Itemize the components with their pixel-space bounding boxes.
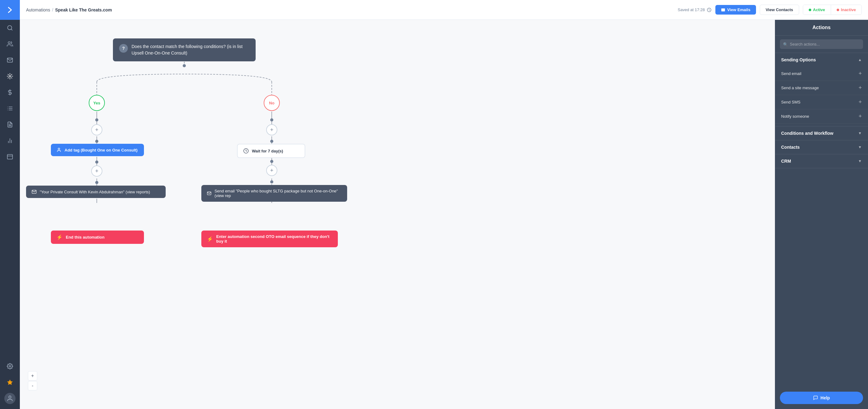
email-icon bbox=[7, 57, 13, 63]
left-email-icon bbox=[32, 189, 37, 194]
crm-section-header[interactable]: CRM ▼ bbox=[775, 154, 868, 168]
right-dot-2 bbox=[270, 140, 273, 143]
svg-point-3 bbox=[9, 76, 11, 77]
send-site-message-add-icon: + bbox=[858, 84, 862, 91]
active-toggle[interactable]: Active bbox=[803, 5, 831, 14]
notify-someone-item[interactable]: Notify someone + bbox=[775, 109, 868, 124]
actions-search-input[interactable] bbox=[780, 39, 863, 49]
condition-node[interactable]: ? Does the contact match the following c… bbox=[113, 38, 256, 61]
right-dot-4 bbox=[270, 180, 273, 183]
automation-canvas[interactable]: ? Does the contact match the following c… bbox=[20, 20, 775, 409]
crm-chevron: ▼ bbox=[858, 159, 862, 163]
contacts-label: Contacts bbox=[781, 145, 800, 150]
send-email-label: Send email bbox=[781, 71, 801, 76]
left-plus-2[interactable]: + bbox=[91, 166, 102, 177]
wait-label: Wait for 7 day(s) bbox=[252, 149, 283, 154]
sidebar-item-revenue[interactable] bbox=[0, 84, 20, 100]
inactive-toggle[interactable]: Inactive bbox=[831, 5, 862, 14]
sidebar-item-search[interactable] bbox=[0, 20, 20, 36]
saved-at-indicator: Saved at 17:28 bbox=[678, 7, 712, 12]
saved-at-text: Saved at 17:28 bbox=[678, 7, 705, 12]
wait-node[interactable]: Wait for 7 day(s) bbox=[237, 144, 305, 158]
svg-point-2 bbox=[8, 42, 10, 44]
left-dot-3 bbox=[95, 161, 98, 164]
star-icon bbox=[7, 379, 13, 385]
chevron-right-icon bbox=[6, 6, 14, 14]
sidebar-item-contacts[interactable] bbox=[0, 36, 20, 52]
active-dot bbox=[809, 9, 811, 11]
reports-icon bbox=[7, 122, 13, 128]
send-sms-label: Send SMS bbox=[781, 100, 800, 104]
view-emails-label: View Emails bbox=[727, 7, 750, 12]
contacts-icon bbox=[7, 41, 13, 47]
help-icon bbox=[813, 395, 818, 400]
svg-point-42 bbox=[58, 148, 60, 150]
sending-options-content: Send email + Send a site message + Send … bbox=[775, 67, 868, 126]
sending-options-section: Sending Options ▲ Send email + Send a si… bbox=[775, 53, 868, 127]
zoom-out-button[interactable]: - bbox=[28, 381, 37, 390]
enter-automation-label: Enter automation second OTO email sequen… bbox=[216, 234, 332, 243]
crm-section: CRM ▼ bbox=[775, 154, 868, 168]
breadcrumb-current-page: Speak Like The Greats.com bbox=[55, 7, 112, 12]
panel-title: Actions bbox=[775, 20, 868, 36]
inactive-dot bbox=[837, 9, 839, 11]
topbar: Automations / Speak Like The Greats.com … bbox=[20, 0, 868, 20]
view-contacts-button[interactable]: View Contacts bbox=[760, 5, 799, 15]
sending-options-header[interactable]: Sending Options ▲ bbox=[775, 53, 868, 67]
sidebar-item-analytics[interactable] bbox=[0, 133, 20, 149]
view-emails-button[interactable]: View Emails bbox=[715, 5, 756, 14]
left-dot-1 bbox=[95, 118, 98, 122]
sidebar-item-settings[interactable] bbox=[0, 358, 20, 374]
contacts-section-header[interactable]: Contacts ▼ bbox=[775, 140, 868, 154]
content-area: ? Does the contact match the following c… bbox=[20, 20, 868, 409]
right-plus-2[interactable]: + bbox=[266, 165, 277, 176]
right-dot-1 bbox=[270, 118, 273, 122]
sidebar-item-automations[interactable] bbox=[0, 68, 20, 84]
conditions-workflow-header[interactable]: Conditions and Workflow ▼ bbox=[775, 127, 868, 140]
pages-icon bbox=[7, 154, 13, 160]
sidebar-logo[interactable] bbox=[0, 0, 20, 20]
left-end-node[interactable]: ⚡ End this automation bbox=[51, 231, 144, 244]
sidebar-item-reports[interactable] bbox=[0, 116, 20, 133]
send-email-item[interactable]: Send email + bbox=[775, 67, 868, 81]
view-contacts-label: View Contacts bbox=[766, 7, 793, 12]
sidebar-item-pages[interactable] bbox=[0, 149, 20, 165]
zoom-in-button[interactable]: + bbox=[28, 371, 37, 380]
status-toggle-group: Active Inactive bbox=[803, 5, 862, 15]
right-email-icon bbox=[207, 191, 211, 196]
help-button[interactable]: Help bbox=[780, 391, 863, 404]
sidebar-item-lists[interactable] bbox=[0, 100, 20, 116]
lightning-icon-right: ⚡ bbox=[207, 236, 213, 242]
svg-marker-19 bbox=[7, 380, 13, 385]
panel-search-area: 🔍 bbox=[775, 36, 868, 53]
conditions-workflow-chevron: ▼ bbox=[858, 131, 862, 135]
left-plus-1[interactable]: + bbox=[91, 124, 102, 135]
condition-icon: ? bbox=[119, 44, 128, 53]
main-area: Automations / Speak Like The Greats.com … bbox=[20, 0, 868, 409]
notify-someone-add-icon: + bbox=[858, 113, 862, 120]
yes-branch: Yes bbox=[89, 95, 105, 111]
right-email-node[interactable]: Send email "People who bought SLTG packa… bbox=[202, 185, 347, 202]
help-label: Help bbox=[820, 395, 830, 400]
left-dot-2 bbox=[95, 140, 98, 143]
clock-icon bbox=[243, 148, 249, 154]
user-avatar[interactable] bbox=[4, 393, 16, 404]
sidebar-bottom bbox=[0, 358, 20, 409]
sidebar-item-email[interactable] bbox=[0, 52, 20, 68]
add-tag-label: Add tag (Bought One on One Consult) bbox=[64, 148, 137, 152]
svg-point-20 bbox=[9, 396, 11, 398]
add-tag-node[interactable]: Add tag (Bought One on One Consult) bbox=[51, 144, 144, 156]
inactive-label: Inactive bbox=[841, 7, 856, 12]
breadcrumb-automations[interactable]: Automations bbox=[26, 7, 50, 12]
sending-options-label: Sending Options bbox=[781, 57, 816, 62]
panel-footer: Help bbox=[775, 387, 868, 409]
send-sms-item[interactable]: Send SMS + bbox=[775, 95, 868, 109]
right-plus-1[interactable]: + bbox=[266, 124, 277, 135]
svg-point-18 bbox=[9, 366, 11, 367]
send-site-message-item[interactable]: Send a site message + bbox=[775, 81, 868, 95]
right-enter-automation-node[interactable]: ⚡ Enter automation second OTO email sequ… bbox=[202, 231, 338, 247]
sidebar-item-favorites[interactable] bbox=[0, 374, 20, 390]
left-email-label: "Your Private Consult With Kevin Abdulra… bbox=[40, 190, 150, 194]
left-email-node[interactable]: "Your Private Consult With Kevin Abdulra… bbox=[26, 185, 166, 198]
send-email-add-icon: + bbox=[858, 70, 862, 77]
